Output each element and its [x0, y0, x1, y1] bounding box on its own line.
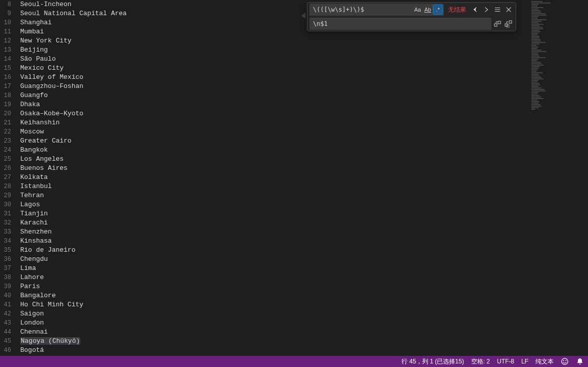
status-language-mode[interactable]: 纯文本 [535, 356, 554, 367]
code-line[interactable]: New York City [20, 36, 588, 45]
code-line[interactable]: Valley of Mexico [20, 73, 588, 82]
code-line[interactable]: Paris [20, 282, 588, 291]
previous-match-button[interactable] [470, 5, 480, 15]
minimap-line [531, 34, 537, 35]
svg-point-5 [562, 358, 568, 364]
code-line[interactable]: São Paulo [20, 55, 588, 64]
line-number: 19 [0, 100, 18, 109]
minimap-line [531, 103, 538, 104]
minimap-line [531, 89, 545, 90]
replace-one-button[interactable] [492, 19, 503, 29]
line-number: 20 [0, 109, 18, 118]
code-line[interactable]: Nagoya (Chūkyō) [20, 337, 588, 346]
line-number: 12 [0, 36, 18, 45]
code-line[interactable]: Kolkata [20, 173, 588, 182]
line-number: 28 [0, 182, 18, 191]
line-number: 23 [0, 136, 18, 146]
status-eol[interactable]: LF [521, 356, 528, 367]
code-line[interactable]: London [20, 318, 588, 328]
code-line[interactable]: Guangfo [20, 91, 588, 100]
minimap-line [531, 45, 536, 46]
status-encoding[interactable]: UTF-8 [497, 356, 514, 367]
line-number: 36 [0, 255, 18, 264]
code-line[interactable]: Mexico City [20, 64, 588, 73]
minimap-line [531, 53, 538, 54]
line-number: 45 [0, 337, 18, 346]
code-line[interactable]: Kinshasa [20, 237, 588, 246]
minimap-line [531, 51, 547, 52]
code-line[interactable]: Rio de Janeiro [20, 246, 588, 255]
code-line[interactable]: Ho Chi Minh City [20, 300, 588, 309]
minimap-line [531, 71, 536, 72]
editor-area[interactable]: 8910111213141516171819202122232425262728… [0, 0, 588, 356]
code-line[interactable]: Shenzhen [20, 227, 588, 237]
minimap-line [531, 4, 538, 5]
code-line[interactable]: Saigon [20, 309, 588, 318]
code-line[interactable]: Lima [20, 264, 588, 273]
svg-point-7 [565, 360, 566, 361]
code-line[interactable]: Chennai [20, 328, 588, 337]
match-case-toggle[interactable]: Aa [413, 5, 423, 15]
code-line[interactable]: Dhaka [20, 100, 588, 109]
code-line[interactable]: Tianjin [20, 209, 588, 218]
svg-rect-4 [509, 21, 512, 23]
find-in-selection-button[interactable] [492, 5, 503, 15]
replace-all-button[interactable] [504, 19, 514, 29]
close-find-button[interactable] [504, 5, 514, 15]
line-number: 25 [0, 155, 18, 164]
line-number: 29 [0, 191, 18, 200]
code-line[interactable]: Guangzhou–Foshan [20, 82, 588, 91]
minimap-line [531, 18, 537, 19]
code-line[interactable]: Bogotá [20, 346, 588, 355]
line-number: 27 [0, 173, 18, 182]
line-number: 31 [0, 209, 18, 218]
regex-toggle[interactable]: .* [433, 5, 443, 15]
line-number: 34 [0, 237, 18, 246]
minimap-line [531, 31, 540, 32]
line-number: 16 [0, 73, 18, 82]
notifications-bell-icon[interactable] [576, 356, 584, 367]
status-indentation[interactable]: 空格: 2 [471, 356, 490, 367]
minimap-line [531, 90, 546, 91]
code-line[interactable]: Lahore [20, 273, 588, 282]
minimap-line [531, 28, 544, 29]
code-line[interactable]: Tehran [20, 191, 588, 200]
svg-rect-1 [498, 21, 501, 24]
minimap-line [531, 9, 538, 10]
line-number: 17 [0, 82, 18, 91]
line-number: 8 [0, 0, 18, 9]
minimap-line [531, 21, 541, 22]
minimap-line [531, 48, 537, 49]
feedback-smiley-icon[interactable] [561, 356, 569, 367]
minimap-line [531, 109, 535, 110]
next-match-button[interactable] [481, 5, 491, 15]
code-line[interactable]: Moscow [20, 127, 588, 136]
minimap-line [531, 62, 540, 63]
code-line[interactable]: Keihanshin [20, 118, 588, 127]
status-cursor-position[interactable]: 行 45，列 1 (已选择15) [401, 356, 464, 367]
code-line[interactable]: Chengdu [20, 255, 588, 264]
code-line[interactable]: Bangkok [20, 146, 588, 155]
find-replace-widget: Aa Ab .* 无结果 [307, 2, 516, 31]
whole-word-toggle[interactable]: Ab [423, 5, 433, 15]
code-line[interactable]: Lagos [20, 200, 588, 209]
code-line[interactable]: Buenos Aires [20, 164, 588, 173]
minimap-line [531, 78, 544, 79]
code-line[interactable]: Beijing [20, 45, 588, 55]
svg-point-6 [563, 360, 564, 361]
code-line[interactable]: Osaka–Kobe–Kyoto [20, 109, 588, 118]
minimap[interactable] [531, 1, 587, 355]
replace-input[interactable] [309, 18, 491, 30]
code-content[interactable]: Seoul-IncheonSeoul National Capital Area… [20, 0, 588, 356]
line-number: 35 [0, 246, 18, 255]
minimap-line [531, 13, 546, 14]
code-line[interactable]: Istanbul [20, 182, 588, 191]
minimap-line [531, 39, 540, 40]
code-line[interactable]: Bangalore [20, 291, 588, 300]
toggle-replace-arrow[interactable] [301, 13, 305, 19]
code-line[interactable]: Greater Cairo [20, 136, 588, 146]
minimap-line [531, 72, 542, 73]
code-line[interactable]: Karachi [20, 218, 588, 227]
code-line[interactable]: Los Angeles [20, 155, 588, 164]
minimap-line [531, 74, 538, 75]
